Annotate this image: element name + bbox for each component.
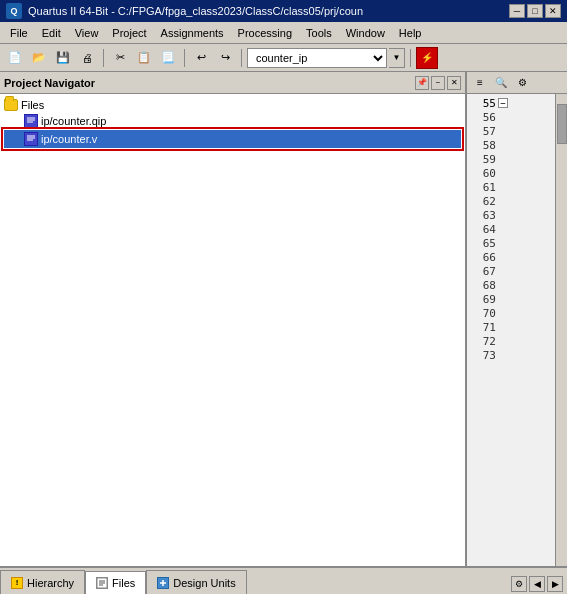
title-bar: Q Quartus II 64-Bit - C:/FPGA/fpga_class… (0, 0, 567, 22)
line-number: 58 (471, 139, 496, 152)
menu-processing[interactable]: Processing (232, 25, 298, 41)
close-panel-button[interactable]: ✕ (447, 76, 461, 90)
undo-button[interactable]: ↩ (190, 47, 212, 69)
scrollbar-thumb[interactable] (557, 104, 567, 144)
tab-design-units[interactable]: Design Units (146, 570, 246, 594)
separator-3 (241, 49, 242, 67)
menu-edit[interactable]: Edit (36, 25, 67, 41)
line-number-row: 73 (467, 348, 567, 362)
separator-4 (410, 49, 411, 67)
line-number: 65 (471, 237, 496, 250)
line-number-row: 66 (467, 250, 567, 264)
pin-button[interactable]: 📌 (415, 76, 429, 90)
vertical-scrollbar[interactable] (555, 94, 567, 566)
file-tree: Files ip/counter.qip (0, 94, 465, 566)
window-controls: ─ □ ✕ (509, 4, 561, 18)
menu-assignments[interactable]: Assignments (155, 25, 230, 41)
menu-window[interactable]: Window (340, 25, 391, 41)
folder-label: Files (21, 99, 44, 111)
minimize-button[interactable]: ─ (509, 4, 525, 18)
line-number: 60 (471, 167, 496, 180)
menu-file[interactable]: File (4, 25, 34, 41)
files-tab-icon (96, 577, 108, 589)
line-number-row[interactable]: 55− (467, 96, 567, 110)
line-number-row: 56 (467, 110, 567, 124)
line-number: 59 (471, 153, 496, 166)
warning-icon: ! (11, 577, 23, 589)
line-number-row: 64 (467, 222, 567, 236)
save-button[interactable]: 💾 (52, 47, 74, 69)
search-button[interactable]: 🔍 (492, 74, 510, 92)
close-button[interactable]: ✕ (545, 4, 561, 18)
settings-panel-button[interactable]: ⚙ (513, 74, 531, 92)
dropdown-arrow[interactable]: ▼ (389, 48, 405, 68)
design-tab-icon (157, 577, 169, 589)
minimize-panel-button[interactable]: − (431, 76, 445, 90)
list-item[interactable]: ip/counter.qip (4, 112, 461, 130)
collapse-marker[interactable]: − (498, 98, 508, 108)
nav-next-button[interactable]: ▶ (547, 576, 563, 592)
print-button[interactable]: 🖨 (76, 47, 98, 69)
line-numbers-area: 55−565758596061626364656667686970717273 (467, 94, 567, 566)
tab-files[interactable]: Files (85, 571, 146, 594)
separator-1 (103, 49, 104, 67)
files-folder[interactable]: Files (4, 98, 461, 112)
line-number: 73 (471, 349, 496, 362)
right-panel: ≡ 🔍 ⚙ 55−5657585960616263646566676869707… (467, 72, 567, 566)
tab-hierarchy-label: Hierarchy (27, 577, 74, 589)
line-number: 71 (471, 321, 496, 334)
line-number: 64 (471, 223, 496, 236)
extra-button[interactable]: ⚡ (416, 47, 438, 69)
svg-rect-4 (25, 133, 37, 145)
line-number: 69 (471, 293, 496, 306)
line-number-row: 62 (467, 194, 567, 208)
app-icon: Q (6, 3, 22, 19)
project-navigator-panel: Project Navigator 📌 − ✕ Files (0, 72, 467, 566)
qip-file-label: ip/counter.qip (41, 115, 106, 127)
new-file-button[interactable]: 📄 (4, 47, 26, 69)
line-number-row: 71 (467, 320, 567, 334)
settings-bottom-button[interactable]: ⚙ (511, 576, 527, 592)
svg-rect-0 (25, 115, 37, 127)
tab-hierarchy[interactable]: ! Hierarchy (0, 570, 85, 594)
line-number-row: 72 (467, 334, 567, 348)
line-number-row: 60 (467, 166, 567, 180)
v-file-label: ip/counter.v (41, 133, 97, 145)
line-number: 57 (471, 125, 496, 138)
line-number: 70 (471, 307, 496, 320)
title-text: Quartus II 64-Bit - C:/FPGA/fpga_class20… (28, 5, 503, 17)
separator-2 (184, 49, 185, 67)
line-number: 55 (471, 97, 496, 110)
toolbar: 📄 📂 💾 🖨 ✂ 📋 📃 ↩ ↪ counter_ip ▼ ⚡ (0, 44, 567, 72)
line-number: 72 (471, 335, 496, 348)
cut-button[interactable]: ✂ (109, 47, 131, 69)
line-number-row: 59 (467, 152, 567, 166)
paste-button[interactable]: 📃 (157, 47, 179, 69)
menu-help[interactable]: Help (393, 25, 428, 41)
line-number: 62 (471, 195, 496, 208)
open-file-button[interactable]: 📂 (28, 47, 50, 69)
menu-tools[interactable]: Tools (300, 25, 338, 41)
bottom-tabs: ! Hierarchy Files Design Units ⚙ ◀ ▶ (0, 566, 567, 594)
line-number-row: 58 (467, 138, 567, 152)
qip-file-icon (24, 114, 38, 128)
line-number: 63 (471, 209, 496, 222)
line-number-row: 61 (467, 180, 567, 194)
maximize-button[interactable]: □ (527, 4, 543, 18)
menu-view[interactable]: View (69, 25, 105, 41)
folder-icon (4, 99, 18, 111)
menu-bar: File Edit View Project Assignments Proce… (0, 22, 567, 44)
list-item[interactable]: ip/counter.v (4, 130, 461, 148)
menu-project[interactable]: Project (106, 25, 152, 41)
line-number: 68 (471, 279, 496, 292)
project-dropdown[interactable]: counter_ip (247, 48, 387, 68)
line-number-row: 67 (467, 264, 567, 278)
nav-prev-button[interactable]: ◀ (529, 576, 545, 592)
line-number-row: 57 (467, 124, 567, 138)
copy-button[interactable]: 📋 (133, 47, 155, 69)
redo-button[interactable]: ↪ (214, 47, 236, 69)
line-number: 56 (471, 111, 496, 124)
lines-menu-button[interactable]: ≡ (471, 74, 489, 92)
tab-files-label: Files (112, 577, 135, 589)
tab-design-units-label: Design Units (173, 577, 235, 589)
